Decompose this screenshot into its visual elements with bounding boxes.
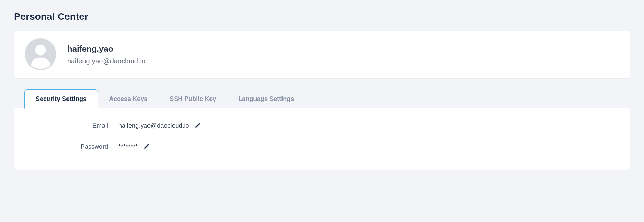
edit-password-button[interactable] — [143, 144, 150, 151]
profile-name: haifeng.yao — [67, 44, 145, 54]
svg-point-1 — [35, 45, 46, 56]
tabs-header: Security Settings Access Keys SSH Public… — [14, 89, 630, 108]
profile-email: haifeng.yao@daocloud.io — [67, 57, 145, 65]
password-value: ******** — [118, 143, 138, 151]
tab-content-security: Email haifeng.yao@daocloud.io Password *… — [14, 108, 630, 170]
pencil-icon — [144, 143, 150, 151]
password-label: Password — [25, 143, 118, 151]
edit-email-button[interactable] — [194, 122, 201, 129]
setting-row-password: Password ******** — [25, 143, 619, 151]
profile-card: haifeng.yao haifeng.yao@daocloud.io — [14, 31, 630, 78]
profile-info: haifeng.yao haifeng.yao@daocloud.io — [67, 44, 145, 65]
email-label: Email — [25, 122, 118, 129]
tab-security-settings[interactable]: Security Settings — [24, 89, 98, 109]
avatar — [25, 39, 56, 70]
tab-ssh-public-key[interactable]: SSH Public Key — [159, 90, 227, 108]
user-icon — [25, 38, 56, 71]
page-title: Personal Center — [14, 11, 630, 22]
email-value: haifeng.yao@daocloud.io — [118, 122, 189, 129]
pencil-icon — [195, 122, 201, 130]
tab-access-keys[interactable]: Access Keys — [98, 90, 159, 108]
tabs-container: Security Settings Access Keys SSH Public… — [14, 89, 630, 170]
tab-language-settings[interactable]: Language Settings — [227, 90, 305, 108]
setting-row-email: Email haifeng.yao@daocloud.io — [25, 122, 619, 129]
